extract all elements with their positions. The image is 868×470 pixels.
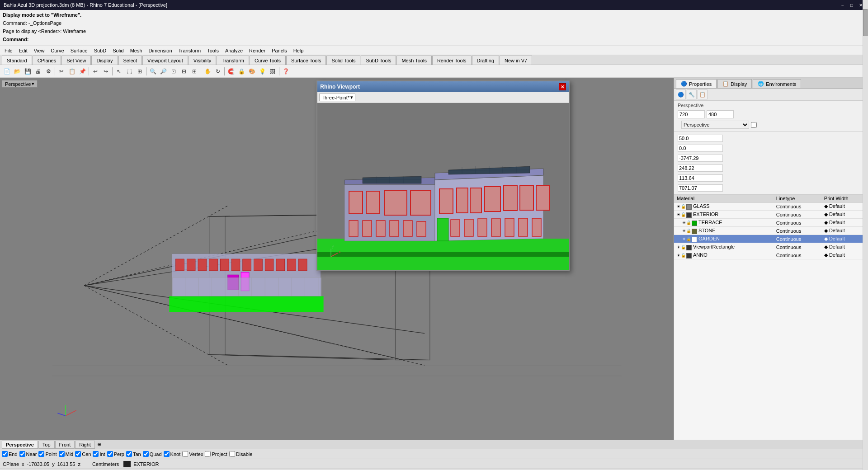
tab-standard[interactable]: Standard — [2, 56, 32, 65]
snap-tan[interactable]: Tan — [126, 451, 141, 457]
dialog-titlebar[interactable]: Rhino Viewport ✕ — [317, 81, 569, 92]
snap-end[interactable]: End — [2, 451, 18, 457]
menu-dimension[interactable]: Dimension — [146, 46, 175, 55]
dialog-close-btn[interactable]: ✕ — [559, 83, 566, 90]
snap-near-cb[interactable] — [19, 451, 25, 457]
snap-int[interactable]: Int — [93, 451, 105, 457]
new-file-btn[interactable]: 📄 — [2, 66, 12, 76]
field6-input[interactable] — [678, 184, 723, 192]
snap-point-cb[interactable] — [38, 451, 44, 457]
tab-drafting[interactable]: Drafting — [472, 56, 500, 65]
menu-help[interactable]: Help — [291, 46, 307, 55]
field5-input[interactable] — [678, 174, 723, 182]
tab-transform[interactable]: Transform — [217, 56, 249, 65]
layer-vis-icon[interactable]: ☀ — [682, 221, 686, 226]
snap-mid[interactable]: Mid — [59, 451, 74, 457]
menu-view[interactable]: View — [31, 46, 47, 55]
dialog-viewport-content[interactable]: x y — [317, 103, 569, 270]
lock-btn[interactable]: 🔒 — [236, 66, 246, 76]
snap-point[interactable]: Point — [38, 451, 57, 457]
zoom-out-btn[interactable]: 🔎 — [158, 66, 168, 76]
cmd-prompt[interactable]: Command: — [3, 35, 865, 43]
snap-end-cb[interactable] — [2, 451, 8, 457]
material-btn[interactable]: 🎨 — [247, 66, 257, 76]
tab-surface-tools[interactable]: Surface Tools — [286, 56, 326, 65]
layer-color-swatch[interactable] — [686, 204, 692, 210]
options-btn[interactable]: ⚙ — [43, 66, 53, 76]
menu-analyze[interactable]: Analyze — [222, 46, 245, 55]
zoom-in-btn[interactable]: 🔍 — [148, 66, 158, 76]
tab-visibility[interactable]: Visibility — [189, 56, 217, 65]
print-btn[interactable]: 🖨 — [33, 66, 43, 76]
snap-disable-cb[interactable] — [229, 451, 235, 457]
cut-btn[interactable]: ✂ — [57, 66, 66, 76]
layer-row[interactable]: ☀🔓EXTERIORContinuous◆ Default — [674, 211, 868, 219]
layer-lock-icon[interactable]: 🔓 — [686, 237, 691, 242]
rotate-btn[interactable]: ↻ — [213, 66, 223, 76]
snap-knot[interactable]: Knot — [164, 451, 181, 457]
vp-tab-front[interactable]: Front — [55, 441, 75, 449]
material-btn[interactable]: 🔧 — [687, 89, 697, 99]
menu-mesh[interactable]: Mesh — [127, 46, 145, 55]
redo-btn[interactable]: ↪ — [101, 66, 111, 76]
tab-cplanes[interactable]: CPlanes — [33, 56, 61, 65]
vp-tab-top[interactable]: Top — [38, 441, 55, 449]
save-btn[interactable]: 💾 — [23, 66, 33, 76]
menu-panels[interactable]: Panels — [269, 46, 290, 55]
tab-subd-tools[interactable]: SubD Tools — [361, 56, 396, 65]
snap-btn[interactable]: 🧲 — [226, 66, 236, 76]
pan-btn[interactable]: ✋ — [203, 66, 212, 76]
menu-tools[interactable]: Tools — [204, 46, 222, 55]
snap-vertex[interactable]: Vertex — [182, 451, 203, 457]
viewport-area[interactable]: Perspective ▾ — [0, 78, 674, 440]
snap-tan-cb[interactable] — [126, 451, 132, 457]
menu-solid[interactable]: Solid — [110, 46, 126, 55]
layer-icon-btn[interactable]: 📋 — [698, 89, 708, 99]
snap-quad-cb[interactable] — [143, 451, 149, 457]
copy-btn[interactable]: 📋 — [67, 66, 77, 76]
snap-quad[interactable]: Quad — [143, 451, 162, 457]
menu-curve[interactable]: Curve — [48, 46, 66, 55]
field1-input[interactable] — [678, 135, 723, 142]
width-input[interactable] — [678, 110, 705, 118]
menu-edit[interactable]: Edit — [16, 46, 30, 55]
right-scrollbar[interactable] — [863, 0, 868, 470]
snap-cen[interactable]: Cen — [75, 451, 91, 457]
tab-select[interactable]: Select — [118, 56, 142, 65]
layer-lock-icon[interactable]: 🔓 — [681, 212, 686, 218]
layer-row[interactable]: ☀🔓ANNOContinuous◆ Default — [674, 251, 868, 259]
snap-vertex-cb[interactable] — [182, 451, 188, 457]
tab-solid-tools[interactable]: Solid Tools — [326, 56, 360, 65]
field2-input[interactable] — [678, 145, 723, 152]
tab-mesh-tools[interactable]: Mesh Tools — [396, 56, 431, 65]
snap-int-cb[interactable] — [93, 451, 99, 457]
layer-color-swatch[interactable] — [692, 237, 697, 242]
paste-btn[interactable]: 📌 — [77, 66, 87, 76]
layer-row[interactable]: ☀🔓TERRACEContinuous◆ Default — [674, 219, 868, 227]
snap-knot-cb[interactable] — [164, 451, 170, 457]
menu-transform[interactable]: Transform — [176, 46, 204, 55]
tab-properties[interactable]: 🔵 Properties — [676, 79, 717, 88]
zoom-ext-btn[interactable]: ⊞ — [189, 66, 199, 76]
height-input[interactable] — [707, 110, 734, 118]
layer-lock-icon[interactable]: 🔓 — [686, 221, 691, 226]
layer-color-swatch[interactable] — [686, 253, 692, 258]
layer-vis-icon[interactable]: ☀ — [682, 229, 686, 234]
snap-project-cb[interactable] — [205, 451, 211, 457]
scrollbar-thumb[interactable] — [863, 9, 868, 36]
layer-lock-icon[interactable]: 🔓 — [681, 253, 686, 258]
layer-color-swatch[interactable] — [686, 212, 692, 218]
help-btn[interactable]: ❓ — [281, 66, 291, 76]
snap-mid-cb[interactable] — [59, 451, 65, 457]
viewport-dropdown-icon[interactable]: ▾ — [32, 81, 34, 87]
menu-render[interactable]: Render — [246, 46, 268, 55]
layer-row[interactable]: ☀🔓GLASSContinuous◆ Default — [674, 202, 868, 211]
snap-disable[interactable]: Disable — [229, 451, 253, 457]
three-point-arrow[interactable]: ▾ — [350, 94, 353, 100]
layer-color-swatch[interactable] — [692, 221, 697, 226]
tab-viewport-layout[interactable]: Viewport Layout — [142, 56, 188, 65]
render-btn[interactable]: 💡 — [257, 66, 267, 76]
snap-cen-cb[interactable] — [75, 451, 81, 457]
layer-lock-icon[interactable]: 🔓 — [686, 229, 691, 234]
tab-environments[interactable]: 🌐 Environments — [753, 79, 801, 88]
